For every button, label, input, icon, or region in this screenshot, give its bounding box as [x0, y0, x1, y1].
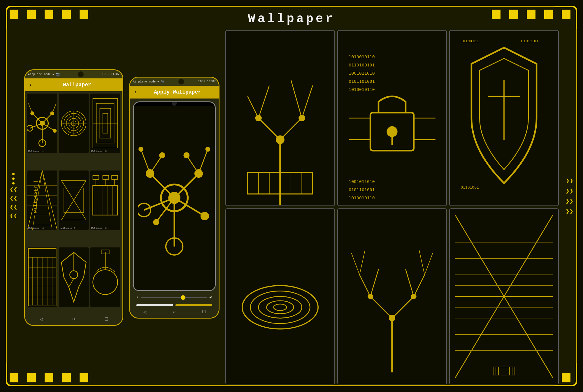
- status-left-text: Airplane mode ✈ 📷: [28, 73, 59, 76]
- svg-point-90: [159, 152, 165, 159]
- wallpaper-label-5: Wallpaper 5: [60, 227, 75, 229]
- svg-point-10: [53, 129, 57, 133]
- svg-text:0110100101: 0110100101: [349, 62, 375, 68]
- wallpaper-grid: Wallpaper 1: [25, 91, 122, 325]
- svg-text:1010010110: 1010010110: [349, 54, 375, 59]
- svg-line-140: [352, 253, 360, 275]
- wallpaper-thumb-8[interactable]: [59, 247, 89, 307]
- status-mid-text: Airplane mode ✈ 📷: [133, 80, 164, 83]
- svg-point-146: [411, 294, 417, 299]
- svg-rect-160: [493, 367, 515, 375]
- svg-line-87: [187, 155, 199, 174]
- svg-line-136: [359, 275, 370, 296]
- wallpaper-thumb-2[interactable]: [59, 94, 89, 153]
- wallpaper-label-1: Wallpaper 1: [28, 150, 44, 152]
- svg-line-95: [247, 96, 258, 118]
- phone-header-left: ‹ Wallpaper: [25, 78, 122, 91]
- svg-line-66: [69, 279, 74, 287]
- chevron-right-icon3: ❯❯: [566, 197, 574, 205]
- recents-nav-icon[interactable]: □: [105, 316, 108, 322]
- right-cell-3[interactable]: 10100101 01101001 10100101: [449, 30, 559, 206]
- brightness-max-icon: ☀: [209, 295, 212, 300]
- svg-point-132: [274, 304, 287, 310]
- svg-line-148: [504, 215, 553, 296]
- dot1: [12, 173, 15, 175]
- wallpaper-thumb-5[interactable]: Wallpaper 5: [59, 170, 89, 230]
- svg-point-89: [205, 147, 210, 152]
- svg-line-2: [32, 113, 42, 123]
- svg-point-131: [267, 301, 294, 314]
- svg-point-101: [298, 115, 305, 121]
- svg-text:01101001: 01101001: [461, 185, 479, 189]
- wallpaper-thumb-1[interactable]: Wallpaper 1: [27, 94, 57, 153]
- chevron-right-icon4: ❯❯: [566, 208, 574, 215]
- svg-text:0101101001: 0101101001: [349, 79, 375, 84]
- svg-line-142: [425, 253, 433, 275]
- dot3: [12, 182, 15, 184]
- status-bar-mid: Airplane mode ✈ 📷 100+ 11:07: [130, 78, 219, 86]
- svg-text:1001011010: 1001011010: [349, 71, 375, 76]
- svg-line-36: [74, 180, 86, 200]
- svg-point-67: [93, 270, 118, 294]
- header-title-left: Wallpaper: [35, 82, 119, 88]
- recents-nav-icon-mid[interactable]: □: [202, 309, 206, 315]
- svg-text:1010010110: 1010010110: [349, 195, 375, 201]
- svg-line-143: [419, 250, 425, 275]
- preview-area: ☀ ☀ Reset Brightness ✓ Apply: [130, 99, 219, 318]
- right-cell-2[interactable]: 1010010110 0110100101 1001011010 0101101…: [337, 30, 447, 206]
- right-cell-4[interactable]: [225, 208, 335, 384]
- brightness-thumb[interactable]: [181, 295, 185, 300]
- right-cell-6[interactable]: [449, 208, 559, 384]
- home-nav-icon[interactable]: ○: [72, 316, 75, 322]
- camera-notch-left: [78, 71, 84, 77]
- svg-line-13: [52, 103, 56, 113]
- svg-point-88: [138, 147, 143, 152]
- wallpaper-tab-label: Wallpaper |: [33, 179, 38, 212]
- svg-point-128: [242, 286, 318, 329]
- chevron-left-icon: ❮❮: [10, 187, 17, 193]
- wallpaper-thumb-6[interactable]: Wallpaper 6: [90, 170, 120, 230]
- right-side-decorations: ❯❯ ❯❯ ❯❯ ❯❯: [566, 177, 574, 215]
- phone-mid: Airplane mode ✈ 📷 100+ 11:07 ‹ Apply Wal…: [129, 77, 219, 319]
- svg-point-83: [153, 219, 159, 225]
- svg-line-96: [259, 85, 269, 118]
- phone-header-mid: ‹ Apply Wallpaper: [130, 86, 219, 99]
- back-button-mid[interactable]: ‹: [134, 89, 137, 95]
- wallpaper-thumb-7[interactable]: [27, 247, 57, 307]
- svg-rect-42: [93, 175, 99, 180]
- back-nav-icon-mid[interactable]: ◁: [143, 309, 146, 315]
- wallpaper-thumb-4[interactable]: Wallpaper 4: [27, 170, 57, 230]
- main-frame: ❮❮ ❮❮ ❮❮ ❮❮ ❯❯ ❯❯ ❯❯ ❯❯ Wallpaper Airpla…: [6, 6, 577, 386]
- back-nav-icon[interactable]: ◁: [40, 316, 43, 322]
- svg-text:10100101: 10100101: [520, 39, 539, 43]
- page-title: Wallpaper: [248, 12, 335, 26]
- svg-line-86: [150, 155, 162, 174]
- hazard-stripe-bottom-left: [10, 373, 91, 382]
- svg-line-139: [406, 269, 414, 296]
- brightness-track[interactable]: [141, 297, 207, 298]
- wallpaper-label-3: Wallpaper 3: [91, 150, 107, 152]
- svg-rect-48: [93, 185, 118, 215]
- svg-line-85: [199, 149, 208, 173]
- right-cell-5[interactable]: [337, 208, 447, 384]
- svg-line-12: [28, 103, 32, 113]
- brightness-min-icon: ☀: [136, 295, 138, 300]
- right-cell-1[interactable]: [225, 30, 335, 206]
- svg-line-137: [370, 269, 379, 296]
- inner-content: [134, 106, 215, 290]
- inner-notch: [172, 102, 177, 106]
- back-button-left[interactable]: ‹: [29, 81, 32, 88]
- svg-text:1010010110: 1010010110: [349, 87, 375, 92]
- home-nav-icon-mid[interactable]: ○: [173, 309, 176, 315]
- header-title-mid: Apply Wallpaper: [140, 89, 215, 95]
- svg-point-144: [389, 315, 395, 321]
- hazard-stripe-top-right: [492, 10, 573, 19]
- wallpaper-thumb-3[interactable]: Wallpaper 3: [90, 94, 120, 153]
- svg-point-129: [250, 291, 310, 324]
- svg-line-35: [62, 180, 74, 200]
- wallpaper-thumb-9[interactable]: [90, 247, 120, 307]
- chevron-left-icon4: ❮❮: [10, 213, 17, 219]
- svg-text:10100101: 10100101: [461, 39, 479, 43]
- content-area: Airplane mode ✈ 📷 100+ 11:07 ‹ Wallpaper: [24, 27, 559, 368]
- right-panel: 1010010110 0110100101 1001011010 0101101…: [225, 27, 559, 368]
